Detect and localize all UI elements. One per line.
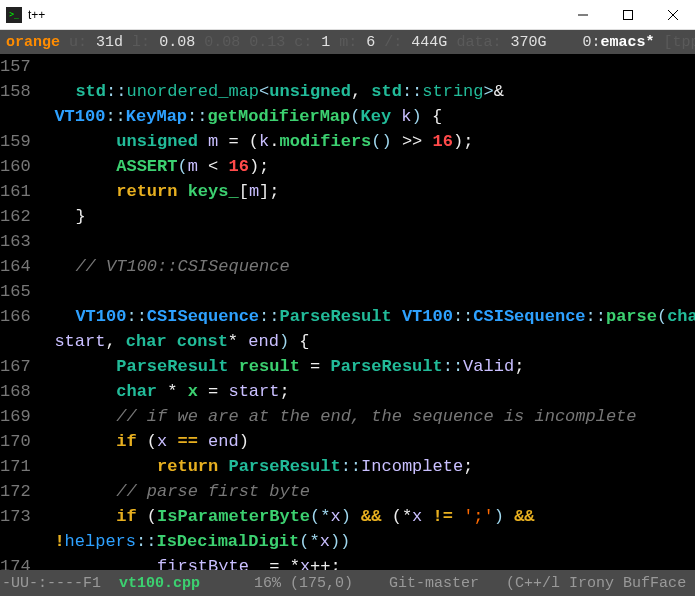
code-line[interactable]: 159 unsigned m = (k.modifiers() >> 16); bbox=[0, 129, 695, 154]
code-line[interactable]: 158 std::unordered_map<unsigned, std::st… bbox=[0, 79, 695, 104]
code-line[interactable]: 165 bbox=[0, 279, 695, 304]
tmux-status-bar: orange u: 31d l: 0.08 0.08 0.13 c: 1 m: … bbox=[0, 30, 695, 54]
modeline-git: Git-master bbox=[389, 575, 479, 592]
code-content[interactable]: // VT100::CSISequence bbox=[35, 254, 695, 279]
code-line[interactable]: 157 bbox=[0, 54, 695, 79]
code-content[interactable]: unsigned m = (k.modifiers() >> 16); bbox=[35, 129, 695, 154]
modeline-position: 16% (175,0) bbox=[200, 575, 389, 592]
code-line[interactable]: 160 ASSERT(m < 16); bbox=[0, 154, 695, 179]
line-number bbox=[0, 329, 34, 354]
emacs-modeline[interactable]: -UU-:----F1 vt100.cpp 16% (175,0) Git-ma… bbox=[0, 570, 695, 596]
line-number: 171 bbox=[0, 454, 35, 479]
line-number bbox=[0, 529, 34, 554]
code-content[interactable]: VT100::CSISequence::ParseResult VT100::C… bbox=[35, 304, 695, 329]
code-content[interactable]: VT100::KeyMap::getModifierMap(Key k) { bbox=[34, 104, 695, 129]
code-line[interactable]: !helpers::IsDecimalDigit(*x)) bbox=[0, 529, 695, 554]
hostname: orange bbox=[6, 34, 60, 51]
line-number: 159 bbox=[0, 129, 35, 154]
editor-area[interactable]: 157158 std::unordered_map<unsigned, std:… bbox=[0, 54, 695, 570]
code-line[interactable]: 164 // VT100::CSISequence bbox=[0, 254, 695, 279]
code-content[interactable]: // parse first byte bbox=[35, 479, 695, 504]
code-line[interactable]: VT100::KeyMap::getModifierMap(Key k) { bbox=[0, 104, 695, 129]
code-line[interactable]: 162 } bbox=[0, 204, 695, 229]
code-content[interactable] bbox=[35, 229, 695, 254]
code-content[interactable]: return ParseResult::Incomplete; bbox=[35, 454, 695, 479]
line-number: 174 bbox=[0, 554, 35, 570]
line-number: 168 bbox=[0, 379, 35, 404]
window-title: t++ bbox=[28, 8, 560, 22]
code-content[interactable] bbox=[35, 279, 695, 304]
code-line[interactable]: 169 // if we are at the end, the sequenc… bbox=[0, 404, 695, 429]
line-number: 172 bbox=[0, 479, 35, 504]
code-line[interactable]: 174 firstByte_ = *x++; bbox=[0, 554, 695, 570]
code-line[interactable]: 173 if (IsParameterByte(*x) && (*x != ';… bbox=[0, 504, 695, 529]
line-number: 170 bbox=[0, 429, 35, 454]
code-content[interactable]: start, char const* end) { bbox=[34, 329, 695, 354]
line-number: 166 bbox=[0, 304, 35, 329]
code-content[interactable]: // if we are at the end, the sequence is… bbox=[35, 404, 695, 429]
code-content[interactable]: std::unordered_map<unsigned, std::string… bbox=[35, 79, 695, 104]
line-number: 165 bbox=[0, 279, 35, 304]
code-line[interactable]: 166 VT100::CSISequence::ParseResult VT10… bbox=[0, 304, 695, 329]
code-content[interactable]: ParseResult result = ParseResult::Valid; bbox=[35, 354, 695, 379]
line-number: 163 bbox=[0, 229, 35, 254]
app-icon: >_ bbox=[6, 7, 22, 23]
code-content[interactable]: if (IsParameterByte(*x) && (*x != ';') &… bbox=[35, 504, 695, 529]
code-content[interactable]: char * x = start; bbox=[35, 379, 695, 404]
code-line[interactable]: 172 // parse first byte bbox=[0, 479, 695, 504]
code-line[interactable]: 161 return keys_[m]; bbox=[0, 179, 695, 204]
line-number: 160 bbox=[0, 154, 35, 179]
code-content[interactable]: return keys_[m]; bbox=[35, 179, 695, 204]
modeline-state: -UU-:----F1 bbox=[2, 575, 119, 592]
code-content[interactable]: } bbox=[35, 204, 695, 229]
line-number: 162 bbox=[0, 204, 35, 229]
line-number: 169 bbox=[0, 404, 35, 429]
code-line[interactable]: start, char const* end) { bbox=[0, 329, 695, 354]
code-content[interactable]: firstByte_ = *x++; bbox=[35, 554, 695, 570]
line-number bbox=[0, 104, 34, 129]
code-content[interactable]: !helpers::IsDecimalDigit(*x)) bbox=[34, 529, 695, 554]
line-number: 161 bbox=[0, 179, 35, 204]
line-number: 157 bbox=[0, 54, 35, 79]
code-content[interactable] bbox=[35, 54, 695, 79]
line-number: 158 bbox=[0, 79, 35, 104]
code-line[interactable]: 163 bbox=[0, 229, 695, 254]
code-line[interactable]: 167 ParseResult result = ParseResult::Va… bbox=[0, 354, 695, 379]
line-number: 164 bbox=[0, 254, 35, 279]
code-line[interactable]: 168 char * x = start; bbox=[0, 379, 695, 404]
line-number: 173 bbox=[0, 504, 35, 529]
modeline-modes: (C++/l Irony BufFace compa bbox=[479, 575, 695, 592]
code-line[interactable]: 171 return ParseResult::Incomplete; bbox=[0, 454, 695, 479]
code-content[interactable]: if (x == end) bbox=[35, 429, 695, 454]
modeline-buffer-name: vt100.cpp bbox=[119, 575, 200, 592]
code-content[interactable]: ASSERT(m < 16); bbox=[35, 154, 695, 179]
line-number: 167 bbox=[0, 354, 35, 379]
code-line[interactable]: 170 if (x == end) bbox=[0, 429, 695, 454]
